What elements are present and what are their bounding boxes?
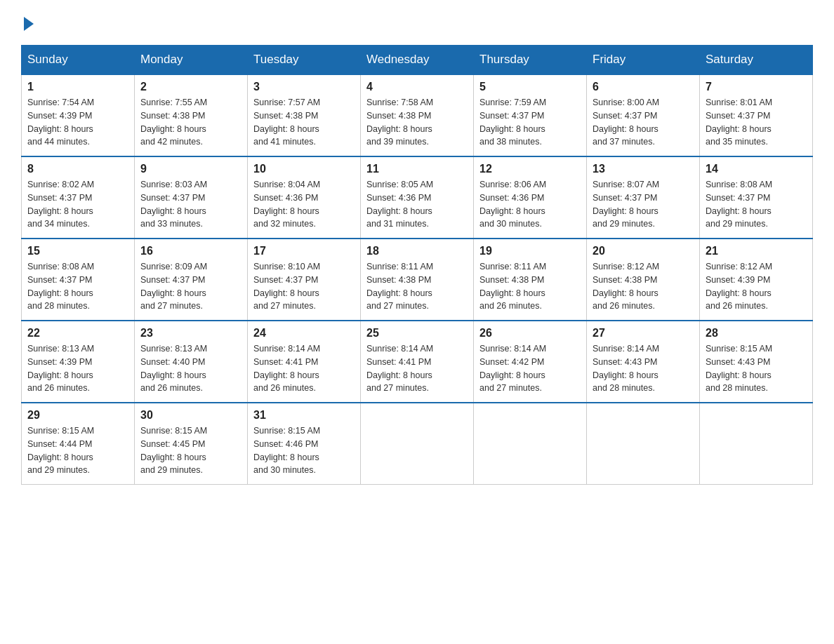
day-number: 29: [27, 409, 128, 422]
day-number: 4: [366, 81, 468, 93]
calendar-cell: 17Sunrise: 8:10 AMSunset: 4:37 PMDayligh…: [248, 239, 361, 321]
page-header: [21, 14, 813, 31]
day-number: 7: [706, 81, 807, 93]
day-number: 18: [366, 245, 468, 257]
col-header-monday: Monday: [135, 46, 248, 75]
day-info: Sunrise: 8:03 AMSunset: 4:37 PMDaylight:…: [140, 178, 241, 231]
calendar-cell: 12Sunrise: 8:06 AMSunset: 4:36 PMDayligh…: [474, 156, 587, 239]
day-info: Sunrise: 8:05 AMSunset: 4:36 PMDaylight:…: [366, 178, 468, 231]
day-info: Sunrise: 7:59 AMSunset: 4:37 PMDaylight:…: [479, 96, 581, 149]
day-number: 13: [593, 163, 694, 175]
calendar-cell: 28Sunrise: 8:15 AMSunset: 4:43 PMDayligh…: [700, 321, 813, 403]
calendar-cell: [361, 403, 474, 485]
col-header-sunday: Sunday: [22, 46, 135, 75]
calendar-week-row: 15Sunrise: 8:08 AMSunset: 4:37 PMDayligh…: [22, 239, 813, 321]
logo: [21, 14, 38, 31]
day-number: 22: [27, 327, 128, 340]
day-info: Sunrise: 8:14 AMSunset: 4:41 PMDaylight:…: [253, 342, 355, 395]
day-number: 28: [706, 327, 807, 340]
day-number: 26: [479, 327, 581, 340]
day-info: Sunrise: 7:55 AMSunset: 4:38 PMDaylight:…: [140, 96, 241, 149]
calendar-week-row: 29Sunrise: 8:15 AMSunset: 4:44 PMDayligh…: [22, 403, 813, 485]
day-number: 6: [593, 81, 694, 93]
calendar-cell: 16Sunrise: 8:09 AMSunset: 4:37 PMDayligh…: [135, 239, 248, 321]
calendar-cell: 26Sunrise: 8:14 AMSunset: 4:42 PMDayligh…: [474, 321, 587, 403]
day-info: Sunrise: 8:15 AMSunset: 4:44 PMDaylight:…: [27, 424, 128, 477]
day-number: 8: [27, 163, 128, 175]
calendar-week-row: 1Sunrise: 7:54 AMSunset: 4:39 PMDaylight…: [22, 74, 813, 156]
day-number: 19: [479, 245, 581, 257]
day-info: Sunrise: 8:11 AMSunset: 4:38 PMDaylight:…: [479, 260, 581, 313]
calendar-week-row: 22Sunrise: 8:13 AMSunset: 4:39 PMDayligh…: [22, 321, 813, 403]
calendar-cell: 10Sunrise: 8:04 AMSunset: 4:36 PMDayligh…: [248, 156, 361, 239]
calendar-cell: 23Sunrise: 8:13 AMSunset: 4:40 PMDayligh…: [135, 321, 248, 403]
col-header-saturday: Saturday: [700, 46, 813, 75]
day-info: Sunrise: 8:14 AMSunset: 4:42 PMDaylight:…: [479, 342, 581, 395]
calendar-cell: 27Sunrise: 8:14 AMSunset: 4:43 PMDayligh…: [587, 321, 700, 403]
day-number: 16: [140, 245, 241, 257]
day-number: 2: [140, 81, 241, 93]
calendar-cell: 7Sunrise: 8:01 AMSunset: 4:37 PMDaylight…: [700, 74, 813, 156]
day-info: Sunrise: 8:15 AMSunset: 4:46 PMDaylight:…: [253, 424, 355, 477]
calendar-cell: 3Sunrise: 7:57 AMSunset: 4:38 PMDaylight…: [248, 74, 361, 156]
calendar-table: SundayMondayTuesdayWednesdayThursdayFrid…: [21, 45, 813, 485]
day-info: Sunrise: 8:08 AMSunset: 4:37 PMDaylight:…: [27, 260, 128, 313]
calendar-cell: 15Sunrise: 8:08 AMSunset: 4:37 PMDayligh…: [22, 239, 135, 321]
day-number: 9: [140, 163, 241, 175]
calendar-cell: 6Sunrise: 8:00 AMSunset: 4:37 PMDaylight…: [587, 74, 700, 156]
calendar-cell: 1Sunrise: 7:54 AMSunset: 4:39 PMDaylight…: [22, 74, 135, 156]
day-info: Sunrise: 8:00 AMSunset: 4:37 PMDaylight:…: [593, 96, 694, 149]
col-header-wednesday: Wednesday: [361, 46, 474, 75]
calendar-cell: 14Sunrise: 8:08 AMSunset: 4:37 PMDayligh…: [700, 156, 813, 239]
calendar-cell: 30Sunrise: 8:15 AMSunset: 4:45 PMDayligh…: [135, 403, 248, 485]
day-info: Sunrise: 8:09 AMSunset: 4:37 PMDaylight:…: [140, 260, 241, 313]
calendar-cell: [587, 403, 700, 485]
calendar-week-row: 8Sunrise: 8:02 AMSunset: 4:37 PMDaylight…: [22, 156, 813, 239]
day-number: 17: [253, 245, 355, 257]
day-info: Sunrise: 8:04 AMSunset: 4:36 PMDaylight:…: [253, 178, 355, 231]
calendar-cell: [474, 403, 587, 485]
calendar-cell: 18Sunrise: 8:11 AMSunset: 4:38 PMDayligh…: [361, 239, 474, 321]
logo-arrow-icon: [24, 17, 34, 31]
day-info: Sunrise: 8:15 AMSunset: 4:43 PMDaylight:…: [706, 342, 807, 395]
day-number: 1: [27, 81, 128, 93]
day-info: Sunrise: 8:12 AMSunset: 4:39 PMDaylight:…: [706, 260, 807, 313]
calendar-cell: 29Sunrise: 8:15 AMSunset: 4:44 PMDayligh…: [22, 403, 135, 485]
col-header-thursday: Thursday: [474, 46, 587, 75]
day-info: Sunrise: 8:14 AMSunset: 4:41 PMDaylight:…: [366, 342, 468, 395]
calendar-header-row: SundayMondayTuesdayWednesdayThursdayFrid…: [22, 46, 813, 75]
day-number: 30: [140, 409, 241, 422]
day-number: 25: [366, 327, 468, 340]
calendar-cell: 9Sunrise: 8:03 AMSunset: 4:37 PMDaylight…: [135, 156, 248, 239]
calendar-cell: 25Sunrise: 8:14 AMSunset: 4:41 PMDayligh…: [361, 321, 474, 403]
calendar-cell: [700, 403, 813, 485]
calendar-cell: 2Sunrise: 7:55 AMSunset: 4:38 PMDaylight…: [135, 74, 248, 156]
day-info: Sunrise: 8:06 AMSunset: 4:36 PMDaylight:…: [479, 178, 581, 231]
day-info: Sunrise: 7:58 AMSunset: 4:38 PMDaylight:…: [366, 96, 468, 149]
day-info: Sunrise: 7:57 AMSunset: 4:38 PMDaylight:…: [253, 96, 355, 149]
calendar-cell: 13Sunrise: 8:07 AMSunset: 4:37 PMDayligh…: [587, 156, 700, 239]
day-info: Sunrise: 8:15 AMSunset: 4:45 PMDaylight:…: [140, 424, 241, 477]
day-number: 21: [706, 245, 807, 257]
day-info: Sunrise: 8:12 AMSunset: 4:38 PMDaylight:…: [593, 260, 694, 313]
day-info: Sunrise: 8:14 AMSunset: 4:43 PMDaylight:…: [593, 342, 694, 395]
calendar-cell: 22Sunrise: 8:13 AMSunset: 4:39 PMDayligh…: [22, 321, 135, 403]
day-number: 23: [140, 327, 241, 340]
calendar-cell: 21Sunrise: 8:12 AMSunset: 4:39 PMDayligh…: [700, 239, 813, 321]
day-number: 3: [253, 81, 355, 93]
day-number: 14: [706, 163, 807, 175]
calendar-cell: 5Sunrise: 7:59 AMSunset: 4:37 PMDaylight…: [474, 74, 587, 156]
day-info: Sunrise: 8:10 AMSunset: 4:37 PMDaylight:…: [253, 260, 355, 313]
col-header-friday: Friday: [587, 46, 700, 75]
calendar-cell: 24Sunrise: 8:14 AMSunset: 4:41 PMDayligh…: [248, 321, 361, 403]
day-info: Sunrise: 8:02 AMSunset: 4:37 PMDaylight:…: [27, 178, 128, 231]
calendar-cell: 20Sunrise: 8:12 AMSunset: 4:38 PMDayligh…: [587, 239, 700, 321]
day-number: 10: [253, 163, 355, 175]
day-number: 27: [593, 327, 694, 340]
day-number: 24: [253, 327, 355, 340]
day-number: 20: [593, 245, 694, 257]
day-info: Sunrise: 8:07 AMSunset: 4:37 PMDaylight:…: [593, 178, 694, 231]
day-info: Sunrise: 8:11 AMSunset: 4:38 PMDaylight:…: [366, 260, 468, 313]
day-number: 15: [27, 245, 128, 257]
day-number: 31: [253, 409, 355, 422]
